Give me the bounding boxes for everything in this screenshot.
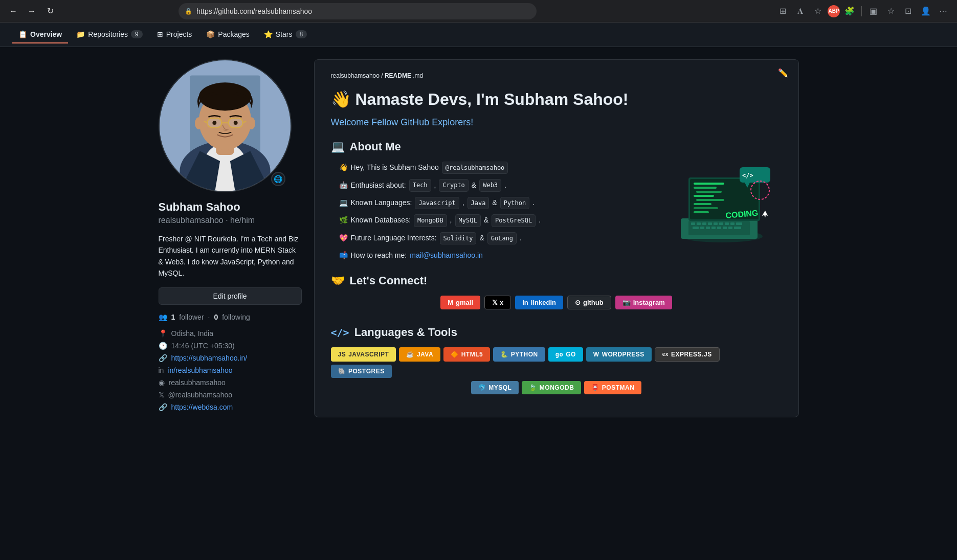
tab-grid-button[interactable]: ⊞ xyxy=(775,4,791,19)
readme-subtitle: Welcome Fellow GitHub Explorers! xyxy=(331,117,782,128)
js-badge: JS JAVASCRIPT xyxy=(331,347,396,362)
followers-icon: 👥 xyxy=(159,313,167,321)
svg-rect-33 xyxy=(700,227,704,229)
instagram-icon: ◉ xyxy=(159,378,165,387)
about-emoji: 💻 xyxy=(331,140,345,153)
svg-point-18 xyxy=(194,117,203,129)
followers-label: follower xyxy=(179,313,204,321)
projects-icon: ⊞ xyxy=(157,30,163,38)
profile-name: Subham Sahoo xyxy=(159,200,302,214)
avatar-container: 🌐 xyxy=(159,59,292,192)
svg-point-19 xyxy=(247,117,255,129)
express-badge: ex EXPRESS.JS xyxy=(655,347,720,362)
svg-rect-29 xyxy=(725,222,729,225)
time-item: 🕐 14:46 (UTC +05:30) xyxy=(159,342,302,350)
go-icon: go xyxy=(555,351,563,358)
go-badge: go GO xyxy=(548,347,583,362)
tab-stars[interactable]: ⭐ Stars 8 xyxy=(258,26,313,43)
gmail-badge[interactable]: M gmail xyxy=(440,296,480,309)
location-text: Odisha, India xyxy=(171,329,214,338)
twitter-text: @realsubhamsahoo xyxy=(168,391,233,399)
more-button[interactable]: ⋯ xyxy=(936,4,951,19)
time-text: 14:46 (UTC +05:30) xyxy=(171,342,235,350)
instagram-badge-icon: 📷 xyxy=(622,299,631,306)
svg-rect-43 xyxy=(694,183,724,185)
svg-rect-24 xyxy=(697,222,701,225)
username-tag: @realsubhamsahoo xyxy=(442,162,508,174)
refresh-button[interactable]: ↻ xyxy=(43,4,57,18)
repos-count-badge: 9 xyxy=(131,30,143,38)
link2-icon: 🔗 xyxy=(159,403,167,411)
tab-projects[interactable]: ⊞ Projects xyxy=(151,26,198,43)
clock-icon: 🕐 xyxy=(159,342,167,350)
tool-badges-row2: 🐬 MYSQL 🍃 MONGODB 📮 POSTMAN xyxy=(331,381,782,394)
edit-profile-button[interactable]: Edit profile xyxy=(159,287,302,305)
instagram-badge[interactable]: 📷 instagram xyxy=(615,296,672,309)
svg-rect-25 xyxy=(702,222,706,225)
tools-section: </> Languages & Tools JS JAVASCRIPT ☕ JA… xyxy=(331,326,782,394)
font-button[interactable]: 𝐀 xyxy=(793,4,808,19)
svg-rect-27 xyxy=(714,222,718,225)
handshake-emoji: 🤝 xyxy=(331,274,345,287)
svg-point-16 xyxy=(212,121,216,125)
linkedin-item[interactable]: in in/realsubhamsahoo xyxy=(159,366,302,374)
location-item: 📍 Odisha, India xyxy=(159,329,302,338)
svg-rect-39 xyxy=(734,227,741,229)
tab-overview[interactable]: 📋 Overview xyxy=(12,26,68,43)
other-link-item[interactable]: 🔗 https://webdsa.com xyxy=(159,403,302,411)
html5-icon: 🔶 xyxy=(451,351,459,358)
svg-rect-37 xyxy=(723,227,727,229)
profile-username: realsubhamsahoo · he/him xyxy=(159,216,302,225)
stars-icon: ⭐ xyxy=(264,30,273,38)
svg-rect-46 xyxy=(694,195,714,197)
email-link[interactable]: mail@subhamsahoo.in xyxy=(410,250,483,262)
collections-button[interactable]: ⊡ xyxy=(901,4,916,19)
github-badge[interactable]: ⊙ github xyxy=(567,296,611,309)
linkedin-link[interactable]: in/realsubhamsahoo xyxy=(168,366,232,374)
svg-rect-47 xyxy=(696,199,724,201)
readme-title: 👋 Namaste Devs, I'm Subham Sahoo! xyxy=(331,89,782,109)
profile-button[interactable]: 👤 xyxy=(918,4,933,19)
readme-container: ✏️ realsubhamsahoo / README .md 👋 Namast… xyxy=(314,59,799,417)
x-badge[interactable]: 𝕏 x xyxy=(484,296,511,309)
linkedin-badge[interactable]: in linkedin xyxy=(515,296,563,309)
java-badge: ☕ JAVA xyxy=(399,347,440,362)
following-label: following xyxy=(222,313,250,321)
mongodb-badge: 🍃 MONGODB xyxy=(522,381,581,394)
python-icon: 🐍 xyxy=(500,351,508,358)
postgres-badge: 🐘 POSTGRES xyxy=(331,365,392,378)
svg-rect-31 xyxy=(736,222,742,225)
postman-badge: 📮 POSTMAN xyxy=(584,381,641,394)
forward-button[interactable]: → xyxy=(25,4,39,18)
location-icon: 📍 xyxy=(159,329,167,338)
following-count: 0 xyxy=(214,313,218,321)
connect-section: 🤝 Let's Connect! M gmail 𝕏 x in linkedin… xyxy=(331,274,782,309)
other-link[interactable]: https://webdsa.com xyxy=(171,403,233,411)
main-content: 🌐 Subham Sahoo realsubhamsahoo · he/him … xyxy=(146,47,811,430)
browser-right-icons: ⊞ 𝐀 ☆ ABP 🧩 ▣ ☆ ⊡ 👤 ⋯ xyxy=(775,4,951,19)
wordpress-badge: W WORDPRESS xyxy=(586,347,652,362)
instagram-text: realsubhamsahoo xyxy=(169,378,226,387)
website-link[interactable]: https://subhamsahoo.in/ xyxy=(171,354,248,362)
twitter-icon: 𝕏 xyxy=(159,391,164,399)
avatar-image xyxy=(160,60,291,191)
wave-emoji: 👋 xyxy=(331,89,351,109)
tab-packages[interactable]: 📦 Packages xyxy=(200,26,255,43)
star-button[interactable]: ☆ xyxy=(810,4,826,19)
tab-repositories[interactable]: 📁 Repositories 9 xyxy=(70,26,149,43)
svg-rect-36 xyxy=(717,227,721,229)
instagram-item[interactable]: ◉ realsubhamsahoo xyxy=(159,378,302,387)
extensions-button[interactable]: 🧩 xyxy=(842,4,857,19)
website-item[interactable]: 🔗 https://subhamsahoo.in/ xyxy=(159,354,302,362)
address-bar[interactable]: 🔒 https://github.com/realsubhamsahoo xyxy=(179,3,537,19)
twitter-item[interactable]: 𝕏 @realsubhamsahoo xyxy=(159,391,302,399)
svg-rect-44 xyxy=(694,187,717,189)
split-view-button[interactable]: ▣ xyxy=(866,4,881,19)
edit-readme-button[interactable]: ✏️ xyxy=(776,66,790,80)
express-icon: ex xyxy=(662,351,669,357)
favorites-button[interactable]: ☆ xyxy=(883,4,899,19)
link-icon: 🔗 xyxy=(159,354,167,362)
back-button[interactable]: ← xyxy=(6,4,20,18)
profile-bio: Fresher @ NIT Rourkela. I'm a Tech and B… xyxy=(159,233,302,279)
abp-badge: ABP xyxy=(828,5,840,17)
